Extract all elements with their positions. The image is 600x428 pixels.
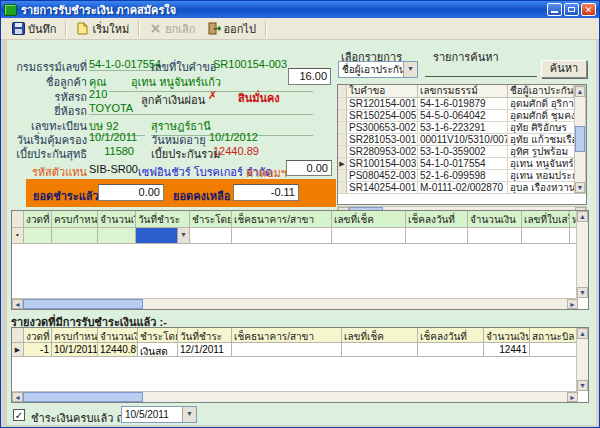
search-result-row[interactable]: SR150254-005 54-5-0-064042 อุดมศักดิ์ ชุ… <box>338 110 586 122</box>
search-vertical-scrollbar[interactable]: ▲ ▼ <box>574 85 586 194</box>
paid-col-header[interactable]: จำนวนเงิน <box>98 328 138 343</box>
paid-col-header[interactable]: เช็คลงวันที่ <box>418 328 484 343</box>
app-icon <box>4 4 17 16</box>
scroll-right-icon[interactable]: ► <box>567 299 578 309</box>
schedule-col-header[interactable]: เลขที่ใบเสร็จ <box>522 211 570 228</box>
window-title: รายการรับชำระเงิน ภาคสมัครใจ <box>21 1 547 19</box>
schedule-col-header[interactable]: เช็คลงวันที่ <box>406 211 468 228</box>
paid-horizontal-scrollbar[interactable]: ◄ ► <box>12 391 578 402</box>
toolbar-separator <box>265 21 267 37</box>
close-icon: ✕ <box>582 4 595 16</box>
schedule-grid: งวดที่ ครบกำหนด จำนวนเงิน วันที่ชำระ ชำร… <box>11 210 589 310</box>
schedule-col-header[interactable]: เลขที่เช็ค <box>332 211 406 228</box>
search-result-row[interactable]: SR120154-001 54-1-6-019879 อุดมศักดิ์ อุ… <box>338 98 586 110</box>
paid-col-header[interactable]: เลขที่เช็ค <box>342 328 418 343</box>
pay-date-cell-selected[interactable]: ▼ <box>136 228 190 244</box>
paid-full-date-combobox[interactable]: 10/5/2011 ▼ <box>121 406 197 423</box>
new-button[interactable]: เริ่มใหม่ <box>70 19 135 38</box>
paid-col-header[interactable]: ชำระโดย <box>138 328 178 343</box>
schedule-vertical-scrollbar[interactable]: ▲ ▼ <box>576 211 588 298</box>
scrollbar-thumb[interactable] <box>23 299 143 309</box>
paid-col-header[interactable]: ครบกำหนด <box>52 328 98 343</box>
chevron-down-icon[interactable]: ▼ <box>403 62 417 77</box>
maximize-button[interactable] <box>564 3 579 16</box>
totals-bar: ยอดชำระแล้ว 0.00 ยอดคงเหลือ -0.11 <box>26 179 336 207</box>
net-premium-label: เบี้ยประกันสุทธิ <box>11 145 87 163</box>
paid-col-header[interactable]: จำนวนเงิน <box>484 328 530 343</box>
scroll-left-icon[interactable]: ◄ <box>12 392 23 402</box>
toolbar: บันทึก เริ่มใหม่ ยกเลิก ออกไป <box>1 18 599 40</box>
scroll-down-icon[interactable]: ▼ <box>575 182 585 193</box>
expiry-value: 10/1/2012 <box>209 131 258 143</box>
brand-value: TOYOTA <box>89 102 313 115</box>
scroll-down-icon[interactable]: ▼ <box>577 287 588 298</box>
search-result-row-selected[interactable]: ▶ SR100154-003 54-1-0-017554 อุเทน หนูจั… <box>338 158 586 170</box>
chevron-down-icon[interactable]: ▼ <box>177 228 189 243</box>
toolbar-separator <box>65 21 67 37</box>
chevron-down-icon[interactable]: ▼ <box>182 407 196 422</box>
car-code-value: 210 <box>89 88 107 100</box>
minimize-button[interactable] <box>547 3 562 16</box>
search-result-row[interactable]: PS300653-002 53-1-6-223291 อุทัย ศิริอัก… <box>338 122 586 134</box>
search-result-row[interactable]: PS080452-003 52-1-6-099598 อุเทน หอมประก… <box>338 170 586 182</box>
search-filter-combobox[interactable]: ชื่อผู้เอาประกัน ▼ <box>338 61 418 78</box>
scroll-right-icon[interactable]: ► <box>567 392 578 402</box>
app-window: รายการรับชำระเงิน ภาคสมัครใจ ✕ บันทึก เร… <box>0 0 600 428</box>
scrollbar-thumb[interactable] <box>575 126 585 152</box>
scroll-down-icon[interactable]: ▼ <box>577 380 588 391</box>
col-insured-name[interactable]: ชื่อผู้เอาประกัน <box>508 85 574 98</box>
schedule-new-row[interactable]: • ▼ <box>12 228 588 244</box>
schedule-col-header[interactable]: จำนวนเงิน <box>98 211 136 228</box>
col-request-no[interactable]: ใบคำขอ <box>347 85 418 98</box>
check-icon: ✓ <box>15 410 23 421</box>
paid-vertical-scrollbar[interactable]: ▲ ▼ <box>576 328 588 391</box>
commission-box[interactable]: 0.00 <box>286 160 332 176</box>
scroll-up-icon[interactable]: ▲ <box>577 328 588 339</box>
scrollbar-thumb[interactable] <box>23 392 143 402</box>
balance-label: ยอดคงเหลือ <box>173 187 230 205</box>
search-results-table: ใบคำขอ เลขกรมธรรม์ ชื่อผู้เอาประกัน SR12… <box>337 84 587 205</box>
row-marker-header <box>338 85 347 98</box>
search-result-row[interactable]: SR280953-002 53-1-0-359002 อุทิศ รูปพร้อ… <box>338 146 586 158</box>
exit-button[interactable]: ออกไป <box>202 19 262 38</box>
schedule-col-header[interactable]: ครบกำหนด <box>52 211 98 228</box>
schedule-col-header[interactable]: วันที่ชำระ <box>136 211 190 228</box>
paid-grid: งวดที่ ครบกำหนด จำนวนเงิน ชำระโดย วันที่… <box>11 327 589 403</box>
schedule-col-header[interactable]: จำนวนเงิน <box>468 211 522 228</box>
search-result-row[interactable]: SR281053-001 00011V10/5310/00725 อุทัย แ… <box>338 134 586 146</box>
current-row-icon: ▶ <box>12 343 24 357</box>
net-premium-value: 11580 <box>89 145 134 157</box>
cancel-icon <box>149 22 162 35</box>
agent-code: SIB-SR00 <box>89 163 138 175</box>
paid-col-header[interactable]: งวดที่ <box>24 328 52 343</box>
save-button[interactable]: บันทึก <box>6 19 62 38</box>
window-frame <box>596 40 600 428</box>
client-area: กรมธรรม์เลขที่ 54-1-0-017554 เลขที่ใบคำข… <box>1 40 599 428</box>
balance-amount-box[interactable]: -0.11 <box>233 184 299 201</box>
paid-row[interactable]: ▶ -1 10/1/2011 12440.89 เงินสด 12/1/2011… <box>12 343 588 357</box>
search-button[interactable]: ค้นหา <box>541 60 587 78</box>
schedule-horizontal-scrollbar[interactable]: ◄ ► <box>12 298 578 309</box>
current-row-icon: ▶ <box>338 158 347 170</box>
schedule-col-header[interactable]: งวดที่ <box>24 211 52 228</box>
scroll-left-icon[interactable]: ◄ <box>12 299 23 309</box>
paid-amount-box[interactable]: 0.00 <box>98 184 164 201</box>
paid-label: ยอดชำระแล้ว <box>33 187 99 205</box>
scroll-up-icon[interactable]: ▲ <box>577 211 588 222</box>
window-titlebar[interactable]: รายการรับชำระเงิน ภาคสมัครใจ ✕ <box>1 1 599 18</box>
total-premium-value: 12440.89 <box>213 145 259 157</box>
col-policy-no[interactable]: เลขกรมธรรม์ <box>418 85 508 98</box>
total-premium-label: เบี้ยประกันรวม <box>151 145 221 163</box>
search-input[interactable] <box>425 62 537 77</box>
installment-x-icon: ✗ <box>208 89 217 102</box>
scroll-up-icon[interactable]: ▲ <box>575 86 585 97</box>
search-result-row[interactable]: SR140254-001 M-0111-02/002870 อุบล เรือง… <box>338 182 586 194</box>
paid-col-header[interactable]: วันที่ชำระ <box>178 328 232 343</box>
schedule-col-header[interactable]: เช็คธนาคาร/สาขา <box>232 211 332 228</box>
close-button[interactable]: ✕ <box>581 3 596 16</box>
paid-full-checkbox[interactable]: ✓ <box>13 409 25 421</box>
paid-col-header[interactable]: เช็คธนาคาร/สาขา <box>232 328 342 343</box>
schedule-col-header[interactable]: ชำระโดย <box>190 211 232 228</box>
toolbar-separator <box>138 21 140 37</box>
new-document-icon <box>76 22 89 35</box>
